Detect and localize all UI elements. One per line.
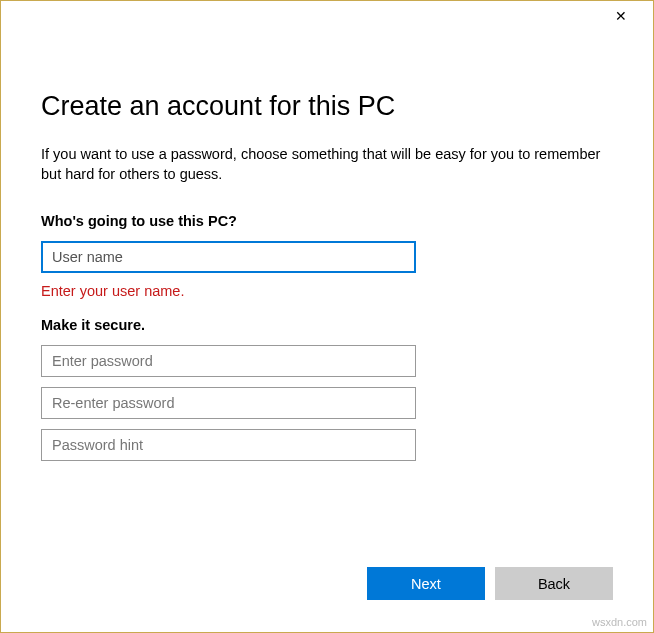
username-input[interactable] (41, 241, 416, 273)
confirm-password-input[interactable] (41, 387, 416, 419)
password-section: Make it secure. (41, 317, 613, 461)
user-section-label: Who's going to use this PC? (41, 213, 613, 229)
back-button[interactable]: Back (495, 567, 613, 600)
next-button[interactable]: Next (367, 567, 485, 600)
button-row: Next Back (367, 567, 613, 600)
password-section-label: Make it secure. (41, 317, 613, 333)
close-button[interactable]: ✕ (601, 2, 641, 30)
watermark: wsxdn.com (592, 616, 647, 628)
user-section: Who's going to use this PC? Enter your u… (41, 213, 613, 299)
page-description: If you want to use a password, choose so… (41, 144, 613, 185)
page-title: Create an account for this PC (41, 91, 613, 122)
close-icon: ✕ (615, 8, 627, 24)
password-input[interactable] (41, 345, 416, 377)
titlebar: ✕ (1, 1, 653, 31)
password-hint-input[interactable] (41, 429, 416, 461)
username-error: Enter your user name. (41, 283, 613, 299)
dialog-content: Create an account for this PC If you wan… (1, 31, 653, 461)
